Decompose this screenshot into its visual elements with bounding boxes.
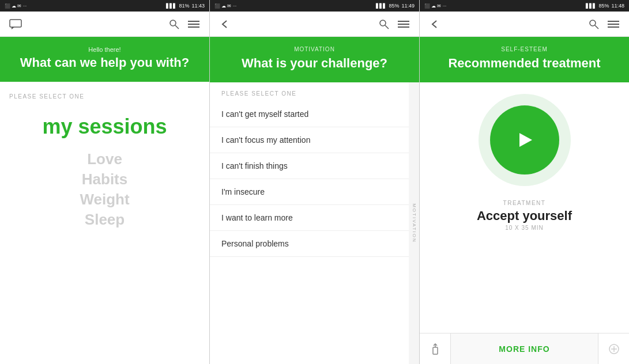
svg-line-3 [175,25,179,29]
svg-rect-0 [10,20,21,27]
screen-2: ⬛ ☁ ✉ ··· ▋▋▋ 85% 11:49 [210,0,420,364]
green-header-2: MOTIVATION What is your challenge? [210,37,419,82]
motivation-sidebar-text: MOTIVATION [412,203,417,243]
svg-line-8 [385,25,389,29]
session-item-weight[interactable]: Weight [80,191,129,208]
treatment-label: TREATMENT [477,200,572,206]
svg-point-7 [380,20,386,26]
screen1-content: PLEASE SELECT ONE my sessions Love Habit… [0,82,209,364]
share-button[interactable] [420,333,451,364]
screen3-content: TREATMENT Accept yourself 10 x 35 MIN [420,82,629,333]
svg-marker-1 [12,27,14,29]
nav-bar-2 [210,12,419,37]
session-item-sleep[interactable]: Sleep [85,211,125,229]
signal-icon-3: ▋▋▋ [586,3,596,9]
challenge-list: I can't get myself started I can't focus… [210,101,419,257]
header-main-title-3: Recommended treatment [431,56,617,71]
greeting-text: Hello there! [12,46,198,53]
svg-point-12 [590,20,596,26]
status-right-2: ▋▋▋ 85% 11:49 [376,3,415,9]
session-item-habits[interactable]: Habits [82,170,127,188]
challenge-item-6[interactable]: Personal problems [210,231,409,257]
menu-icon-1[interactable] [187,18,200,31]
time-3: 11:48 [611,3,624,9]
screen2-content-area: PLEASE SELECT ONE I can't get myself sta… [210,82,419,364]
header-sub-title-3: SELF-ESTEEM [431,46,617,52]
screen2-inner: PLEASE SELECT ONE I can't get myself sta… [210,82,419,364]
notification-icons-3: ⬛ ☁ ✉ ··· [424,3,446,9]
video-circle-outer[interactable] [479,94,571,186]
screen-1: ⬛ ☁ ✉ ··· ▋▋▋ 81% 11:43 [0,0,210,364]
nav-left-3 [429,18,442,31]
back-icon-2[interactable] [219,18,232,31]
status-bar-3: ⬛ ☁ ✉ ··· ▋▋▋ 85% 11:48 [420,0,629,12]
sessions-list: Love Habits Weight Sleep [80,150,129,229]
video-circle-inner[interactable] [490,105,559,175]
search-icon-1[interactable] [168,18,180,31]
back-icon-3[interactable] [429,18,442,31]
status-bar-2: ⬛ ☁ ✉ ··· ▋▋▋ 85% 11:49 [210,0,419,12]
challenge-item-5[interactable]: I want to learn more [210,205,409,231]
menu-icon-3[interactable] [607,18,620,31]
battery-2: 85% [389,3,399,9]
time-2: 11:49 [401,3,415,9]
nav-left-2 [219,18,232,31]
motivation-sidebar: MOTIVATION [409,82,419,364]
screens-container: ⬛ ☁ ✉ ··· ▋▋▋ 81% 11:43 [0,0,629,364]
more-info-text: MORE INFO [499,344,549,354]
green-header-1: Hello there! What can we help you with? [0,37,209,82]
status-right-1: ▋▋▋ 81% 11:43 [166,3,205,9]
header-main-title-2: What is your challenge? [221,56,408,71]
search-icon-3[interactable] [587,18,600,31]
notification-icons-1: ⬛ ☁ ✉ ··· [5,3,27,9]
please-select-1: PLEASE SELECT ONE [9,93,84,100]
nav-right-1 [168,18,200,31]
battery-3: 85% [598,3,609,9]
chat-icon[interactable] [9,18,22,31]
signal-icon-1: ▋▋▋ [166,3,176,9]
svg-point-2 [170,20,176,26]
screen1-inner: PLEASE SELECT ONE my sessions Love Habit… [0,82,209,240]
add-button[interactable] [598,333,629,364]
treatment-duration: 10 x 35 MIN [477,225,572,231]
challenge-item-3[interactable]: I can't finish things [210,153,409,179]
green-header-3: SELF-ESTEEM Recommended treatment [420,37,629,82]
svg-line-13 [595,25,598,29]
signal-icon-2: ▋▋▋ [376,3,386,9]
nav-left-1 [9,18,22,31]
please-select-2: PLEASE SELECT ONE [210,82,419,101]
menu-icon-2[interactable] [397,18,410,31]
header-sub-title-2: MOTIVATION [221,46,408,52]
time-1: 11:43 [191,3,205,9]
my-sessions-label: my sessions [42,115,167,139]
screen-3: ⬛ ☁ ✉ ··· ▋▋▋ 85% 11:48 [420,0,629,364]
play-icon [519,133,532,147]
challenge-item-2[interactable]: I can't focus my attention [210,127,409,153]
svg-rect-17 [433,347,438,354]
challenge-item-1[interactable]: I can't get myself started [210,101,409,127]
more-info-button[interactable]: MORE INFO [451,333,598,364]
treatment-section: TREATMENT Accept yourself 10 x 35 MIN [477,200,572,231]
treatment-name: Accept yourself [477,208,572,223]
status-left-icons-1: ⬛ ☁ ✉ ··· [5,3,27,9]
header-main-title-1: What can we help you with? [12,55,198,70]
battery-1: 81% [179,3,189,9]
nav-right-2 [378,18,410,31]
nav-right-3 [587,18,620,31]
notification-icons-2: ⬛ ☁ ✉ ··· [214,3,236,9]
status-bar-1: ⬛ ☁ ✉ ··· ▋▋▋ 81% 11:43 [0,0,209,12]
action-bar: MORE INFO [420,333,629,364]
status-left-icons-3: ⬛ ☁ ✉ ··· [424,3,446,9]
status-right-3: ▋▋▋ 85% 11:48 [586,3,624,9]
search-icon-2[interactable] [378,18,390,31]
status-left-icons-2: ⬛ ☁ ✉ ··· [214,3,236,9]
session-item-love[interactable]: Love [87,150,122,168]
challenge-item-4[interactable]: I'm insecure [210,179,409,205]
nav-bar-3 [420,12,629,37]
nav-bar-1 [0,12,209,37]
